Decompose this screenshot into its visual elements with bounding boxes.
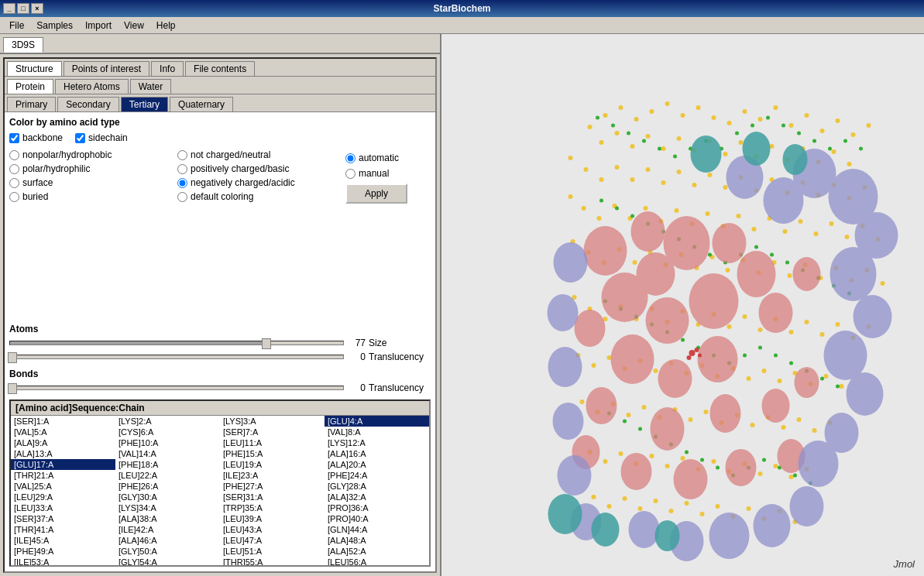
radio-manual-input[interactable] bbox=[345, 169, 356, 179]
radio-automatic-input[interactable] bbox=[345, 153, 356, 163]
tab-file-contents[interactable]: File contents bbox=[185, 61, 255, 76]
sequence-item[interactable]: [THR]21:A bbox=[11, 470, 115, 481]
sequence-item[interactable]: [ALA]52:A bbox=[325, 546, 429, 557]
radio-nonpolar-input[interactable] bbox=[9, 150, 19, 160]
tab-protein[interactable]: Protein bbox=[7, 79, 53, 94]
sequence-item[interactable]: [ALA]38:A bbox=[115, 513, 220, 524]
sequence-item[interactable]: [TRP]35:A bbox=[220, 502, 325, 513]
sequence-item[interactable]: [VAL]14:A bbox=[115, 448, 220, 459]
sequence-item[interactable]: [ALA]48:A bbox=[325, 535, 429, 546]
radio-not-charged-input[interactable] bbox=[177, 150, 187, 160]
sequence-item[interactable]: [LEU]39:A bbox=[220, 513, 325, 524]
sequence-item[interactable]: [LEU]43:A bbox=[220, 524, 325, 535]
radio-buried-input[interactable] bbox=[9, 192, 19, 202]
sequence-item[interactable]: [GLY]30:A bbox=[115, 492, 220, 502]
backbone-checkbox-label[interactable]: backbone bbox=[9, 132, 63, 143]
sequence-item[interactable]: [SER]37:A bbox=[11, 513, 115, 524]
sequence-item[interactable]: [GLU]4:A bbox=[325, 416, 429, 427]
bonds-translucency-thumb[interactable] bbox=[8, 383, 17, 394]
sequence-item[interactable]: [PHE]18:A bbox=[115, 459, 220, 470]
sequence-item[interactable]: [ALA]32:A bbox=[325, 492, 429, 502]
radio-polar[interactable]: polar/hydrophilic bbox=[9, 163, 171, 174]
sequence-item[interactable]: [PRO]36:A bbox=[325, 502, 429, 513]
sequence-item[interactable]: [ILE]53:A bbox=[11, 557, 115, 566]
sequence-item[interactable]: [PHE]15:A bbox=[220, 448, 325, 459]
sequence-item[interactable]: [LEU]11:A bbox=[220, 437, 325, 448]
menu-import[interactable]: Import bbox=[79, 19, 118, 33]
maximize-button[interactable]: □ bbox=[17, 3, 29, 14]
menu-file[interactable]: File bbox=[3, 19, 30, 33]
sequence-item[interactable]: [SER]31:A bbox=[220, 492, 325, 502]
radio-default[interactable]: default coloring bbox=[177, 191, 339, 202]
tab-info[interactable]: Info bbox=[151, 61, 184, 76]
sequence-item[interactable]: [LYS]2:A bbox=[115, 416, 220, 427]
tab-hetero-atoms[interactable]: Hetero Atoms bbox=[55, 79, 129, 94]
sequence-item[interactable]: [ALA]20:A bbox=[325, 459, 429, 470]
sequence-item[interactable]: [GLN]44:A bbox=[325, 524, 429, 535]
sequence-item[interactable]: [PHE]26:A bbox=[115, 481, 220, 492]
sequence-item[interactable]: [LEU]29:A bbox=[11, 492, 115, 502]
sequence-item[interactable]: [GLY]54:A bbox=[115, 557, 220, 566]
radio-not-charged[interactable]: not charged/neutral bbox=[177, 149, 339, 160]
radio-default-input[interactable] bbox=[177, 192, 187, 202]
molecule-viewport[interactable] bbox=[441, 34, 924, 576]
atoms-size-thumb[interactable] bbox=[262, 338, 271, 349]
sequence-item[interactable]: [PHE]49:A bbox=[11, 546, 115, 557]
sequence-item[interactable]: [LYS]3:A bbox=[220, 416, 325, 427]
sidechain-checkbox-label[interactable]: sidechain bbox=[75, 132, 128, 143]
radio-surface-input[interactable] bbox=[9, 178, 19, 188]
close-button[interactable]: × bbox=[31, 3, 43, 14]
sequence-list[interactable]: [SER]1:A[LYS]2:A[LYS]3:A[GLU]4:A[VAL]5:A… bbox=[11, 416, 429, 566]
sequence-item[interactable]: [LEU]56:A bbox=[325, 557, 429, 566]
sequence-item[interactable]: [ALA]9:A bbox=[11, 437, 115, 448]
sequence-item[interactable]: [THR]55:A bbox=[220, 557, 325, 566]
sequence-item[interactable]: [GLY]50:A bbox=[115, 546, 220, 557]
sequence-item[interactable]: [GLU]17:A bbox=[11, 459, 115, 470]
sequence-item[interactable]: [VAL]5:A bbox=[11, 427, 115, 437]
tab-points-of-interest[interactable]: Points of interest bbox=[64, 61, 149, 76]
sequence-item[interactable]: [LYS]12:A bbox=[325, 437, 429, 448]
sequence-item[interactable]: [ILE]42:A bbox=[115, 524, 220, 535]
sequence-item[interactable]: [LYS]34:A bbox=[115, 502, 220, 513]
radio-polar-input[interactable] bbox=[9, 164, 19, 174]
apply-button[interactable]: Apply bbox=[345, 183, 407, 204]
bonds-translucency-track[interactable] bbox=[9, 386, 344, 390]
sequence-item[interactable]: [PRO]40:A bbox=[325, 513, 429, 524]
sequence-item[interactable]: [THR]41:A bbox=[11, 524, 115, 535]
radio-buried[interactable]: buried bbox=[9, 191, 171, 202]
tab-primary[interactable]: Primary bbox=[7, 97, 56, 111]
atoms-translucency-track[interactable] bbox=[9, 355, 344, 359]
sequence-item[interactable]: [ILE]45:A bbox=[11, 535, 115, 546]
tab-secondary[interactable]: Secondary bbox=[57, 97, 119, 111]
doc-tab-3d9s[interactable]: 3D9S bbox=[3, 37, 43, 53]
radio-neg-charged[interactable]: negatively charged/acidic bbox=[177, 177, 339, 188]
sequence-item[interactable]: [PHE]27:A bbox=[220, 481, 325, 492]
minimize-button[interactable]: _ bbox=[3, 3, 15, 14]
sequence-item[interactable]: [LEU]19:A bbox=[220, 459, 325, 470]
radio-manual[interactable]: manual bbox=[345, 168, 389, 179]
menu-help[interactable]: Help bbox=[150, 19, 182, 33]
sidechain-checkbox[interactable] bbox=[75, 133, 85, 143]
sequence-item[interactable]: [VAL]25:A bbox=[11, 481, 115, 492]
sequence-item[interactable]: [ALA]13:A bbox=[11, 448, 115, 459]
radio-pos-charged-input[interactable] bbox=[177, 164, 187, 174]
sequence-item[interactable]: [ILE]23:A bbox=[220, 470, 325, 481]
sequence-item[interactable]: [SER]1:A bbox=[11, 416, 115, 427]
menu-view[interactable]: View bbox=[118, 19, 150, 33]
tab-quaternary[interactable]: Quaternary bbox=[170, 97, 233, 111]
tab-water[interactable]: Water bbox=[130, 79, 172, 94]
radio-surface[interactable]: surface bbox=[9, 177, 171, 188]
sequence-item[interactable]: [ALA]46:A bbox=[115, 535, 220, 546]
sequence-item[interactable]: [PHE]24:A bbox=[325, 470, 429, 481]
sequence-item[interactable]: [CYS]6:A bbox=[115, 427, 220, 437]
radio-pos-charged[interactable]: positively charged/basic bbox=[177, 163, 339, 174]
sequence-item[interactable]: [ALA]16:A bbox=[325, 448, 429, 459]
radio-neg-charged-input[interactable] bbox=[177, 178, 187, 188]
sequence-item[interactable]: [PHE]10:A bbox=[115, 437, 220, 448]
tab-tertiary[interactable]: Tertiary bbox=[121, 97, 168, 111]
atoms-size-track[interactable] bbox=[9, 341, 344, 345]
menu-samples[interactable]: Samples bbox=[30, 19, 79, 33]
sequence-item[interactable]: [SER]7:A bbox=[220, 427, 325, 437]
radio-automatic[interactable]: automatic bbox=[345, 153, 399, 163]
tab-structure[interactable]: Structure bbox=[7, 61, 62, 76]
